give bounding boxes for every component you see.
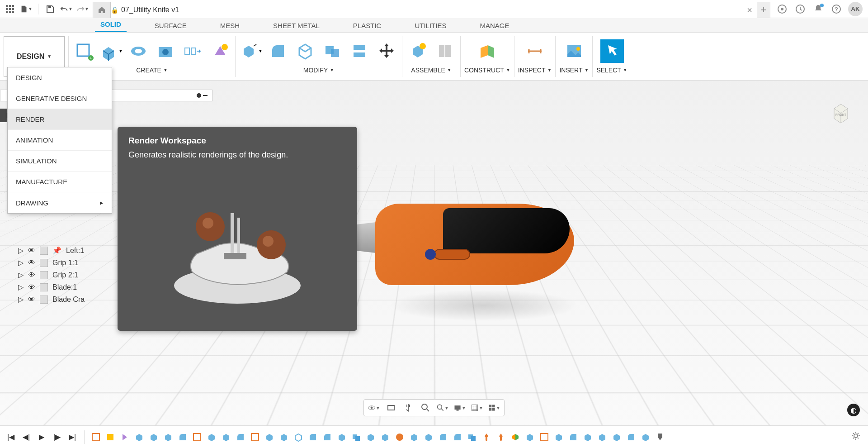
visibility-icon[interactable]: 👁 [28,247,35,255]
timeline-extrude-feature[interactable] [424,432,434,442]
tab-plastic[interactable]: PLASTIC [348,19,387,32]
timeline-fillet-feature[interactable] [453,432,462,442]
workspace-item-manufacture[interactable]: MANUFACTURE [8,172,112,192]
visibility-icon[interactable]: 👁 [28,295,35,304]
timeline-fillet-feature[interactable] [626,432,636,442]
timeline-settings-icon[interactable] [851,431,863,443]
assemble-label[interactable]: ASSEMBLE▼ [411,67,451,74]
revolve-icon[interactable] [127,39,150,63]
hole-icon[interactable] [154,39,177,63]
pan-icon[interactable] [402,401,415,414]
user-avatar[interactable]: AK [848,2,863,16]
grid-snap-icon[interactable]: ▼ [471,401,483,414]
sketch-icon[interactable]: + [72,39,96,63]
expand-icon[interactable]: ▷ [18,258,24,267]
timeline-extrude-feature[interactable] [149,432,159,442]
measure-icon[interactable] [523,39,547,63]
workspace-item-animation[interactable]: ANIMATION [8,130,112,151]
insert-label[interactable]: INSERT▼ [559,67,589,74]
timeline-extrude-feature[interactable] [525,432,535,442]
timeline-extrude-feature[interactable] [641,432,651,442]
pattern-icon[interactable] [181,39,204,63]
workspace-item-render[interactable]: RENDER [8,109,112,130]
timeline-fillet-feature[interactable] [438,432,448,442]
timeline-extrude-feature[interactable] [134,432,144,442]
collapse-line-icon[interactable] [203,95,208,96]
fit-icon[interactable]: ▼ [436,401,449,414]
extrude-icon[interactable]: ▼ [99,39,123,63]
timeline-appearance-feature[interactable] [395,432,405,442]
view-cube[interactable]: FRONT [827,100,854,127]
timeline-extrude-feature[interactable] [380,432,390,442]
tab-solid[interactable]: SOLID [95,18,127,32]
expand-icon[interactable]: ▷ [18,271,24,279]
modify-label[interactable]: MODIFY▼ [303,67,334,74]
plane-icon[interactable] [476,39,499,63]
press-pull-icon[interactable]: ▼ [239,39,263,63]
workspace-item-simulation[interactable]: SIMULATION [8,151,112,172]
joint-icon[interactable] [433,39,457,63]
timeline-extrude-feature[interactable] [221,432,231,442]
new-tab-button[interactable]: + [757,2,770,18]
timeline-fillet-feature[interactable] [308,432,318,442]
close-tab-icon[interactable]: × [747,5,752,15]
timeline-extrude-feature[interactable] [264,432,274,442]
form-icon[interactable] [208,39,231,63]
component-icon[interactable] [406,39,429,63]
tree-item-blade-cra[interactable]: ▷ 👁 Blade Cra [18,293,85,305]
timeline-step-fwd-icon[interactable]: |▶ [51,431,63,443]
timeline-play-icon[interactable]: ▶ [35,431,48,443]
timeline-sketch-feature[interactable] [91,432,101,442]
workspace-item-design[interactable]: DESIGN [8,67,112,88]
timeline-extrude-feature[interactable] [583,432,593,442]
file-tab[interactable]: 🔒 07_Utility Knife v1 × [111,2,757,18]
display-icon[interactable]: ▼ [453,401,466,414]
timeline-combine-feature[interactable] [351,432,361,442]
workspace-item-drawing[interactable]: DRAWING▸ [8,192,112,213]
home-tab[interactable] [93,2,111,18]
timeline-sketch-feature[interactable] [250,432,260,442]
timeline-combine-feature[interactable] [467,432,477,442]
timeline-form-feature[interactable] [120,432,130,442]
tab-mesh[interactable]: MESH [215,19,245,32]
tree-item-grip1[interactable]: ▷ 👁 Grip 1:1 [18,257,85,269]
collapse-dot-icon[interactable] [197,93,201,98]
timeline-pin-feature[interactable] [496,432,506,442]
expand-icon[interactable]: ▷ [18,246,24,255]
notifications-icon[interactable] [812,3,825,15]
timeline-fillet-feature[interactable] [568,432,578,442]
timeline-extrude-feature[interactable] [163,432,173,442]
insert-image-icon[interactable] [562,39,586,63]
timeline-plane-feature[interactable] [510,432,520,442]
timeline-extrude-feature[interactable] [366,432,376,442]
workspace-item-generative[interactable]: GENERATIVE DESIGN [8,88,112,109]
tab-manage[interactable]: MANAGE [474,19,514,32]
visibility-icon[interactable]: 👁 [28,259,35,267]
timeline-extrude-feature[interactable] [597,432,607,442]
expand-icon[interactable]: ▷ [18,295,24,304]
timeline-extrude-feature[interactable] [554,432,564,442]
create-label[interactable]: CREATE▼ [136,67,168,74]
save-icon[interactable] [44,3,57,15]
redo-icon[interactable]: ▼ [76,3,89,15]
timeline-sketch-feature[interactable] [192,432,202,442]
timeline-end-icon[interactable]: ▶| [66,431,79,443]
timeline-marker[interactable] [655,432,665,442]
visibility-icon[interactable]: 👁 [28,271,35,279]
move-icon[interactable] [375,39,398,63]
align-icon[interactable] [348,39,371,63]
tree-item-grip2[interactable]: ▷ 👁 Grip 2:1 [18,269,85,281]
timeline-step-back-icon[interactable]: ◀| [20,431,33,443]
construct-label[interactable]: CONSTRUCT▼ [464,67,510,74]
timeline-pin-feature[interactable] [481,432,491,442]
timeline-fillet-feature[interactable] [236,432,245,442]
look-at-icon[interactable] [385,401,397,414]
expand-icon[interactable]: ▷ [18,283,24,291]
timeline-extrude-feature[interactable] [207,432,217,442]
timeline-fillet-feature[interactable] [322,432,332,442]
tree-item-left[interactable]: ▷ 👁 📌 Left:1 [18,244,85,257]
zoom-icon[interactable] [419,401,432,414]
tab-sheet-metal[interactable]: SHEET METAL [268,19,325,32]
timeline-component-feature[interactable] [105,432,115,442]
visibility-icon[interactable]: 👁 [28,283,35,291]
